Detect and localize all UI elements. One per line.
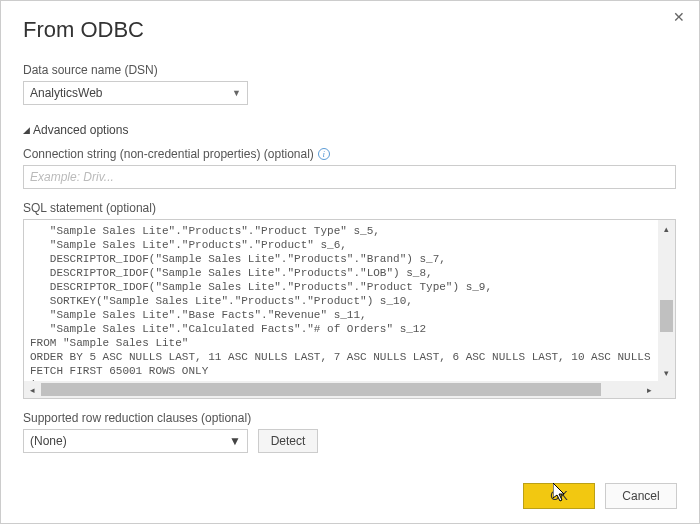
vertical-scroll-thumb[interactable] [660, 300, 673, 332]
dialog-footer: OK Cancel [523, 483, 677, 509]
dialog-content: From ODBC Data source name (DSN) Analyti… [1, 1, 699, 453]
row-reduction-label: Supported row reduction clauses (optiona… [23, 411, 677, 425]
chevron-down-icon: ▼ [232, 88, 241, 98]
sql-label: SQL statement (optional) [23, 201, 677, 215]
scrollbar-corner [658, 381, 675, 398]
vertical-scrollbar[interactable]: ▴ ▾ [658, 220, 675, 381]
dsn-select[interactable]: AnalyticsWeb ▼ [23, 81, 248, 105]
scroll-up-arrow-icon[interactable]: ▴ [658, 220, 675, 237]
row-reduction-value: (None) [30, 434, 67, 448]
info-icon[interactable]: i [318, 148, 330, 160]
cancel-button[interactable]: Cancel [605, 483, 677, 509]
dialog-title: From ODBC [23, 17, 677, 43]
dsn-label: Data source name (DSN) [23, 63, 677, 77]
connection-string-input[interactable] [23, 165, 676, 189]
scroll-right-arrow-icon[interactable]: ▸ [641, 381, 658, 398]
ok-button[interactable]: OK [523, 483, 595, 509]
detect-button[interactable]: Detect [258, 429, 318, 453]
scroll-left-arrow-icon[interactable]: ◂ [24, 381, 41, 398]
sql-textarea[interactable]: "Sample Sales Lite"."Products"."Product … [24, 220, 658, 381]
row-reduction-select[interactable]: (None) ▼ [23, 429, 248, 453]
horizontal-scrollbar[interactable]: ◂ ▸ [24, 381, 658, 398]
chevron-down-icon: ▼ [229, 434, 241, 448]
collapse-triangle-icon: ◢ [23, 125, 30, 135]
dsn-value: AnalyticsWeb [30, 86, 102, 100]
close-button[interactable]: ✕ [669, 7, 689, 27]
advanced-options-label: Advanced options [33, 123, 128, 137]
advanced-options-toggle[interactable]: ◢ Advanced options [23, 123, 677, 137]
connection-string-label: Connection string (non-credential proper… [23, 147, 677, 161]
horizontal-scroll-thumb[interactable] [41, 383, 601, 396]
scroll-down-arrow-icon[interactable]: ▾ [658, 364, 675, 381]
sql-textarea-container: "Sample Sales Lite"."Products"."Product … [23, 219, 676, 399]
